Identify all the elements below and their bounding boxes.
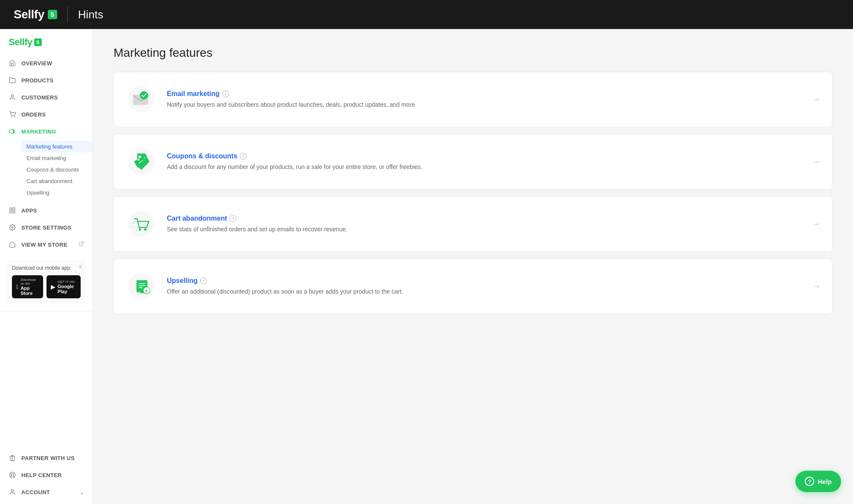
sidebar-sub-coupons[interactable]: Coupons & discounts bbox=[21, 164, 93, 175]
help-question-icon: ? bbox=[805, 477, 814, 486]
lifering-icon bbox=[9, 471, 16, 479]
header-logo-text: Sellfy bbox=[14, 8, 44, 21]
svg-line-12 bbox=[13, 476, 15, 477]
email-marketing-arrow: → bbox=[812, 95, 820, 104]
upselling-title: Upselling i bbox=[167, 277, 802, 285]
sidebar-bottom: Partner With Us Help Center Account ⌄ bbox=[0, 446, 93, 504]
svg-line-11 bbox=[10, 473, 12, 474]
top-header: Sellfy S Hints bbox=[0, 0, 853, 29]
sidebar-item-view-my-store[interactable]: View My Store bbox=[0, 236, 93, 253]
sidebar-sub-cart-abandonment[interactable]: Cart abandonment bbox=[21, 175, 93, 187]
coupons-info-icon[interactable]: i bbox=[240, 153, 247, 160]
upselling-card[interactable]: $ Upselling i Offer an additional (disco… bbox=[114, 259, 833, 314]
svg-point-25 bbox=[139, 228, 141, 231]
sidebar-logo-area: Sellfy S bbox=[0, 29, 93, 53]
sidebar-item-label-customers: Customers bbox=[21, 94, 58, 101]
gear-icon bbox=[9, 224, 16, 231]
svg-point-2 bbox=[15, 117, 15, 117]
sidebar-item-label-orders: Orders bbox=[21, 111, 46, 118]
help-label: Help bbox=[818, 478, 832, 485]
email-marketing-content: Email marketing i Notify your buyers and… bbox=[167, 90, 802, 109]
sidebar-item-products[interactable]: Products bbox=[0, 72, 93, 89]
svg-point-1 bbox=[11, 117, 12, 117]
main-layout: Sellfy S Overview Products bbox=[0, 29, 853, 504]
sidebar-item-partner[interactable]: Partner With Us bbox=[0, 449, 93, 466]
svg-line-14 bbox=[10, 476, 12, 477]
app-store-sub-label: Download on the bbox=[20, 278, 39, 286]
google-play-badge[interactable]: ▶ GET IT ON Google Play bbox=[47, 275, 81, 298]
svg-line-8 bbox=[81, 242, 83, 245]
person-icon bbox=[9, 93, 16, 101]
megaphone-icon bbox=[9, 128, 16, 135]
svg-point-0 bbox=[11, 95, 13, 97]
help-button[interactable]: ? Help bbox=[795, 471, 841, 492]
google-play-icon: ▶ bbox=[51, 283, 55, 290]
header-logo-badge: S bbox=[48, 10, 57, 19]
upselling-info-icon[interactable]: i bbox=[200, 277, 207, 284]
coupons-content: Coupons & discounts i Add a discount for… bbox=[167, 152, 802, 172]
sidebar-item-customers[interactable]: Customers bbox=[0, 89, 93, 106]
svg-point-24 bbox=[128, 211, 154, 237]
svg-rect-6 bbox=[10, 211, 12, 213]
coupons-desc: Add a discount for any number of your pr… bbox=[167, 163, 802, 172]
upselling-arrow: → bbox=[812, 282, 820, 291]
account-icon bbox=[9, 488, 16, 496]
sidebar-item-marketing[interactable]: Marketing bbox=[0, 123, 93, 140]
coupons-icon bbox=[126, 146, 157, 177]
header-title: Hints bbox=[78, 8, 103, 21]
cart-abandonment-icon bbox=[126, 209, 157, 239]
svg-rect-3 bbox=[10, 208, 12, 210]
sidebar-item-overview[interactable]: Overview bbox=[0, 55, 93, 72]
sidebar-sub-marketing-features[interactable]: Marketing features bbox=[21, 141, 93, 152]
sidebar-item-label-view-my-store: View My Store bbox=[21, 242, 67, 248]
email-marketing-card[interactable]: Email marketing i Notify your buyers and… bbox=[114, 72, 833, 127]
sidebar-brand: Sellfy S bbox=[9, 37, 84, 48]
email-marketing-info-icon[interactable]: i bbox=[222, 90, 229, 97]
svg-point-28 bbox=[132, 226, 133, 227]
coupons-arrow: → bbox=[812, 157, 820, 166]
sidebar-item-label-partner: Partner With Us bbox=[21, 455, 75, 461]
sidebar-item-label-apps: Apps bbox=[21, 207, 37, 214]
marketing-sub-nav: Marketing features Email marketing Coupo… bbox=[0, 140, 93, 202]
sidebar-item-label-store-settings: Store Settings bbox=[21, 224, 71, 231]
svg-point-7 bbox=[12, 227, 13, 228]
upselling-desc: Offer an additional (discounted) product… bbox=[167, 287, 802, 296]
sidebar-divider bbox=[0, 311, 93, 312]
sidebar-item-apps[interactable]: Apps bbox=[0, 202, 93, 219]
svg-rect-5 bbox=[13, 211, 15, 213]
header-divider bbox=[67, 7, 68, 22]
chevron-down-icon: ⌄ bbox=[79, 489, 84, 495]
upselling-content: Upselling i Offer an additional (discoun… bbox=[167, 277, 802, 296]
app-badges:  Download on the App Store ▶ GET IT ON … bbox=[12, 275, 81, 298]
google-play-sub-label: GET IT ON bbox=[58, 280, 76, 284]
svg-point-29 bbox=[136, 230, 137, 231]
mobile-app-close-button[interactable]: × bbox=[79, 263, 82, 270]
sidebar-item-orders[interactable]: Orders bbox=[0, 106, 93, 123]
svg-point-10 bbox=[11, 474, 13, 476]
sidebar-item-label-marketing: Marketing bbox=[21, 128, 56, 135]
mobile-app-section: × Download our mobile app:  Download on… bbox=[7, 260, 86, 303]
sidebar-item-label-overview: Overview bbox=[21, 60, 52, 67]
cart-abandonment-card[interactable]: Cart abandonment i See stats of unfinish… bbox=[114, 196, 833, 252]
content-area: Marketing features Email marketing i N bbox=[93, 29, 853, 504]
sidebar-item-account[interactable]: Account ⌄ bbox=[0, 484, 93, 501]
svg-point-15 bbox=[11, 489, 13, 492]
app-store-badge[interactable]:  Download on the App Store bbox=[12, 275, 43, 298]
apps-icon bbox=[9, 207, 16, 214]
sidebar-item-help-center[interactable]: Help Center bbox=[0, 466, 93, 484]
sidebar-item-store-settings[interactable]: Store Settings bbox=[0, 219, 93, 236]
sidebar: Sellfy S Overview Products bbox=[0, 29, 93, 504]
orders-icon bbox=[9, 111, 16, 118]
sidebar-sub-upselling[interactable]: Upselling bbox=[21, 187, 93, 198]
coupons-discounts-card[interactable]: Coupons & discounts i Add a discount for… bbox=[114, 134, 833, 189]
cart-abandonment-info-icon[interactable]: i bbox=[230, 215, 236, 222]
sidebar-brand-badge: S bbox=[34, 38, 42, 46]
trophy-icon bbox=[9, 454, 16, 462]
page-title: Marketing features bbox=[114, 46, 833, 60]
sidebar-item-label-account: Account bbox=[21, 489, 50, 495]
google-play-name: Google Play bbox=[58, 284, 76, 294]
sidebar-sub-email-marketing[interactable]: Email marketing bbox=[21, 152, 93, 164]
email-marketing-title: Email marketing i bbox=[167, 90, 802, 98]
svg-text:$: $ bbox=[146, 288, 148, 293]
svg-rect-4 bbox=[13, 208, 15, 210]
